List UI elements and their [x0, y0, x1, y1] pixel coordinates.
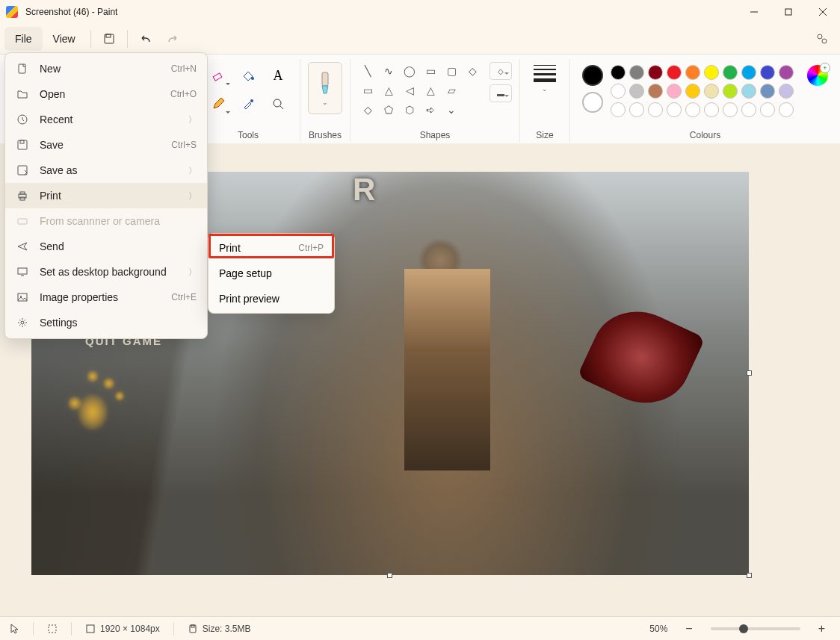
fill-tool[interactable] — [234, 62, 262, 89]
resize-handle-corner[interactable] — [747, 573, 752, 578]
menu-item-shortcut: Ctrl+P — [298, 243, 324, 253]
colour-swatch[interactable] — [760, 84, 775, 99]
colour-swatch[interactable] — [704, 102, 719, 117]
minimize-button[interactable] — [737, 0, 771, 24]
colour-swatch[interactable] — [704, 84, 719, 99]
menu-item-label: From scannner or camera — [40, 215, 160, 227]
colour-swatch[interactable] — [723, 65, 738, 80]
colour-swatch[interactable] — [629, 102, 644, 117]
colour-swatch[interactable] — [723, 102, 738, 117]
colour-swatch[interactable] — [685, 84, 700, 99]
colour-swatch[interactable] — [648, 102, 663, 117]
colour-swatch[interactable] — [685, 102, 700, 117]
colour-swatch[interactable] — [760, 102, 775, 117]
colour-swatch[interactable] — [648, 65, 663, 80]
save-icon — [16, 139, 29, 151]
colour-swatch[interactable] — [685, 65, 700, 80]
svg-rect-23 — [18, 268, 27, 274]
shape-fill-button[interactable]: ▬ — [490, 84, 512, 102]
menu-item-label: Save as — [40, 164, 78, 176]
cursor-tool-indicator — [10, 624, 19, 634]
title-bar: Screenshot (46) - Paint — [0, 0, 840, 24]
selection-indicator — [47, 624, 58, 634]
colour-swatch[interactable] — [741, 102, 756, 117]
svg-rect-1 — [785, 9, 791, 15]
shapes-gallery[interactable]: ╲∿◯▭▢◇ ▭△◁△▱ ◇⬠⬡➪⌄ — [358, 62, 482, 119]
svg-point-26 — [21, 321, 24, 324]
eraser-tool[interactable] — [204, 62, 232, 89]
file-menu-print[interactable]: Print〉 — [5, 183, 207, 208]
settings-shortcut-button[interactable] — [809, 25, 836, 52]
colour-swatch[interactable] — [667, 65, 682, 80]
colour-swatch[interactable] — [760, 65, 775, 80]
svg-rect-17 — [20, 140, 24, 143]
file-menu-set-as-desktop-background[interactable]: Set as desktop background〉 — [5, 259, 207, 285]
scanner-icon — [16, 215, 29, 227]
pencil-tool[interactable] — [204, 90, 232, 117]
colour-swatch[interactable] — [779, 84, 794, 99]
colour-swatch[interactable] — [667, 84, 682, 99]
colour-swatches[interactable] — [611, 65, 795, 119]
colour-swatch[interactable] — [723, 84, 738, 99]
colour-swatch[interactable] — [611, 65, 626, 80]
shape-outline-button[interactable]: ◇ — [490, 62, 512, 80]
picker-tool[interactable] — [234, 90, 262, 117]
menu-item-shortcut: Ctrl+E — [171, 292, 197, 302]
file-menu-open[interactable]: OpenCtrl+O — [5, 81, 207, 107]
colour-swatch[interactable] — [667, 102, 682, 117]
colour-swatch[interactable] — [741, 65, 756, 80]
print-submenu-page-setup[interactable]: Page setup — [209, 261, 334, 286]
resize-handle-bottom[interactable] — [387, 573, 392, 578]
print-submenu-print[interactable]: PrintCtrl+P — [209, 235, 334, 261]
file-menu-save-as[interactable]: Save as〉 — [5, 158, 207, 183]
print-submenu-print-preview[interactable]: Print preview — [209, 286, 334, 311]
colour-swatch[interactable] — [779, 65, 794, 80]
colour-swatch[interactable] — [629, 84, 644, 99]
colour-swatch[interactable] — [779, 102, 794, 117]
file-menu-send[interactable]: Send — [5, 234, 207, 259]
canvas-dimensions: 1920 × 1084px — [100, 624, 160, 634]
colour-swatch[interactable] — [611, 102, 626, 117]
menu-item-label: Page setup — [219, 267, 272, 279]
file-menu-new[interactable]: NewCtrl+N — [5, 56, 207, 81]
size-button[interactable]: ⌄ — [528, 62, 562, 96]
colour-swatch[interactable] — [741, 84, 756, 99]
svg-rect-24 — [18, 293, 27, 301]
gear-icon — [16, 317, 29, 329]
file-menu-save[interactable]: SaveCtrl+S — [5, 132, 207, 158]
edit-colours-button[interactable] — [807, 65, 828, 86]
close-button[interactable] — [806, 0, 840, 24]
redo-button[interactable] — [159, 25, 186, 52]
app-icon — [6, 6, 18, 18]
text-tool[interactable]: A — [264, 62, 292, 89]
file-menu-image-properties[interactable]: Image propertiesCtrl+E — [5, 285, 207, 310]
save-quick-button[interactable] — [96, 25, 123, 52]
menu-item-label: Set as desktop background — [40, 266, 167, 278]
chevron-right-icon: 〉 — [188, 190, 197, 202]
zoom-tool[interactable] — [264, 90, 292, 117]
resize-handle-right[interactable] — [747, 370, 752, 376]
file-menu: NewCtrl+NOpenCtrl+ORecent〉SaveCtrl+SSave… — [4, 52, 208, 339]
colour-1[interactable] — [582, 65, 603, 86]
menu-item-shortcut: Ctrl+S — [171, 140, 197, 150]
file-menu-recent[interactable]: Recent〉 — [5, 107, 207, 132]
colour-swatch[interactable] — [611, 84, 626, 99]
zoom-in-button[interactable]: + — [814, 622, 830, 636]
colour-2[interactable] — [582, 92, 603, 113]
file-tab[interactable]: File — [4, 27, 43, 51]
zoom-out-button[interactable]: − — [681, 622, 697, 636]
file-menu-settings[interactable]: Settings — [5, 310, 207, 335]
image-icon — [16, 291, 29, 303]
colour-swatch[interactable] — [704, 65, 719, 80]
zoom-slider[interactable] — [711, 627, 800, 630]
svg-rect-13 — [322, 72, 328, 86]
maximize-button[interactable] — [771, 0, 806, 24]
brushes-button[interactable]: ⌄ — [308, 62, 342, 114]
colour-swatch[interactable] — [648, 84, 663, 99]
colour-swatch[interactable] — [629, 65, 644, 80]
size-label: Size — [536, 127, 553, 140]
status-bar: 1920 × 1084px Size: 3.5MB 50% − + — [0, 616, 840, 640]
undo-button[interactable] — [132, 25, 159, 52]
view-tab[interactable]: View — [43, 27, 86, 51]
menu-item-shortcut: Ctrl+O — [170, 89, 197, 99]
